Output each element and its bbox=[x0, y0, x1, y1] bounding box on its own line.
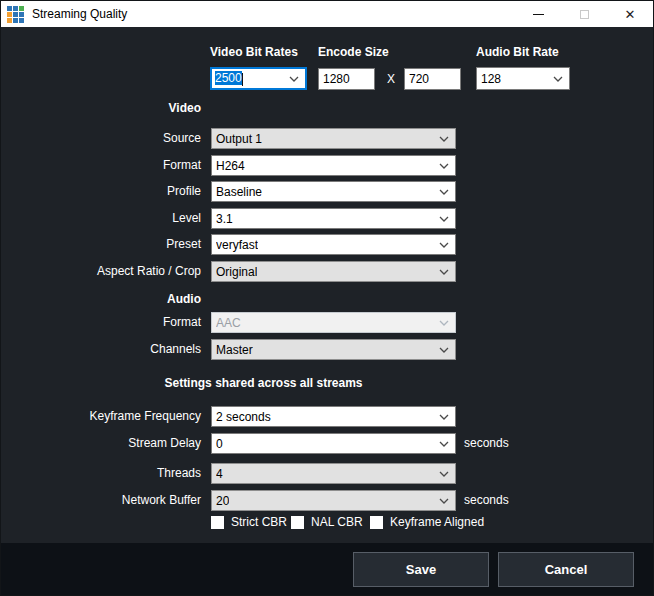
keyframe-aligned-checkbox[interactable]: Keyframe Aligned bbox=[370, 515, 484, 529]
chevron-down-icon bbox=[439, 320, 449, 326]
dialog-content: Video Bit Rates Encode Size Audio Bit Ra… bbox=[1, 27, 653, 543]
checkbox-icon bbox=[370, 516, 383, 529]
video-bit-rate-combobox[interactable]: 2500 bbox=[210, 67, 307, 90]
maximize-button bbox=[561, 1, 607, 27]
maximize-icon bbox=[580, 10, 589, 19]
keyframe-aligned-label: Keyframe Aligned bbox=[390, 515, 484, 529]
format-row: Format H264 bbox=[1, 155, 653, 176]
chevron-down-icon bbox=[439, 269, 449, 275]
chevron-down-icon bbox=[439, 189, 449, 195]
format-value: H264 bbox=[216, 159, 245, 173]
source-row: Source Output 1 bbox=[1, 128, 653, 149]
close-button[interactable]: ✕ bbox=[607, 1, 653, 27]
level-combobox[interactable]: 3.1 bbox=[211, 208, 456, 229]
audio-bit-rate-combobox[interactable]: 128 bbox=[476, 67, 570, 90]
aspect-ratio-crop-value: Original bbox=[216, 265, 257, 279]
preset-row: Preset veryfast bbox=[1, 234, 653, 255]
audio-format-label: Format bbox=[1, 312, 201, 333]
keyframe-frequency-value: 2 seconds bbox=[216, 410, 271, 424]
encode-size-separator: X bbox=[387, 72, 395, 86]
streaming-quality-window: Streaming Quality ✕ Video Bit Rates Enco… bbox=[0, 0, 654, 596]
nal-cbr-checkbox[interactable]: NAL CBR bbox=[291, 515, 363, 529]
checkbox-icon bbox=[211, 516, 224, 529]
chevron-down-icon bbox=[439, 441, 449, 447]
stream-delay-label: Stream Delay bbox=[1, 433, 201, 454]
save-button[interactable]: Save bbox=[353, 552, 489, 587]
window-controls: ✕ bbox=[515, 1, 653, 27]
chevron-down-icon bbox=[439, 136, 449, 142]
source-value: Output 1 bbox=[216, 132, 262, 146]
chevron-down-icon bbox=[439, 216, 449, 222]
audio-format-value: AAC bbox=[216, 316, 241, 330]
shared-settings-header: Settings shared across all streams bbox=[1, 376, 526, 390]
level-value: 3.1 bbox=[216, 212, 233, 226]
preset-label: Preset bbox=[1, 234, 201, 255]
threads-value: 4 bbox=[216, 467, 223, 481]
aspect-ratio-crop-combobox[interactable]: Original bbox=[211, 261, 456, 282]
titlebar: Streaming Quality ✕ bbox=[1, 1, 653, 27]
audio-format-row: Format AAC bbox=[1, 312, 653, 333]
source-label: Source bbox=[1, 128, 201, 149]
keyframe-frequency-row: Keyframe Frequency 2 seconds bbox=[1, 406, 653, 427]
chevron-down-icon bbox=[553, 76, 563, 82]
minimize-button[interactable] bbox=[515, 1, 561, 27]
profile-combobox[interactable]: Baseline bbox=[211, 181, 456, 202]
level-row: Level 3.1 bbox=[1, 208, 653, 229]
audio-bit-rate-value: 128 bbox=[481, 72, 501, 86]
profile-label: Profile bbox=[1, 181, 201, 202]
stream-delay-combobox[interactable]: 0 bbox=[211, 433, 456, 454]
network-buffer-units: seconds bbox=[464, 490, 509, 511]
network-buffer-row: Network Buffer 20 seconds bbox=[1, 490, 653, 511]
footer-bar: Save Cancel bbox=[1, 543, 653, 595]
video-bit-rate-value: 2500 bbox=[215, 71, 243, 85]
chevron-down-icon bbox=[439, 347, 449, 353]
aspect-ratio-crop-row: Aspect Ratio / Crop Original bbox=[1, 261, 653, 282]
video-bit-rates-header: Video Bit Rates bbox=[210, 45, 298, 59]
threads-label: Threads bbox=[1, 463, 201, 484]
strict-cbr-label: Strict CBR bbox=[231, 515, 287, 529]
nal-cbr-label: NAL CBR bbox=[311, 515, 363, 529]
chevron-down-icon bbox=[439, 498, 449, 504]
chevron-down-icon bbox=[439, 242, 449, 248]
keyframe-frequency-label: Keyframe Frequency bbox=[1, 406, 201, 427]
encode-height-input[interactable] bbox=[404, 68, 461, 90]
encode-size-header: Encode Size bbox=[318, 45, 389, 59]
chevron-down-icon bbox=[439, 471, 449, 477]
cancel-button[interactable]: Cancel bbox=[498, 552, 634, 587]
format-combobox[interactable]: H264 bbox=[211, 155, 456, 176]
preset-value: veryfast bbox=[216, 238, 258, 252]
level-label: Level bbox=[1, 208, 201, 229]
minimize-icon bbox=[533, 14, 544, 15]
threads-combobox[interactable]: 4 bbox=[211, 463, 456, 484]
checkbox-icon bbox=[291, 516, 304, 529]
keyframe-frequency-combobox[interactable]: 2 seconds bbox=[211, 406, 456, 427]
channels-row: Channels Master bbox=[1, 339, 653, 360]
strict-cbr-checkbox[interactable]: Strict CBR bbox=[211, 515, 287, 529]
audio-format-combobox: AAC bbox=[211, 312, 456, 333]
stream-delay-units: seconds bbox=[464, 433, 509, 454]
preset-combobox[interactable]: veryfast bbox=[211, 234, 456, 255]
source-combobox[interactable]: Output 1 bbox=[211, 128, 456, 149]
chevron-down-icon bbox=[439, 414, 449, 420]
audio-bit-rate-header: Audio Bit Rate bbox=[476, 45, 559, 59]
network-buffer-value: 20 bbox=[216, 494, 229, 508]
channels-label: Channels bbox=[1, 339, 201, 360]
stream-delay-value: 0 bbox=[216, 437, 223, 451]
network-buffer-label: Network Buffer bbox=[1, 490, 201, 511]
video-section-header: Video bbox=[1, 101, 201, 115]
app-logo-icon bbox=[7, 6, 24, 23]
text-caret bbox=[242, 73, 243, 86]
channels-combobox[interactable]: Master bbox=[211, 339, 456, 360]
network-buffer-combobox[interactable]: 20 bbox=[211, 490, 456, 511]
profile-value: Baseline bbox=[216, 185, 262, 199]
audio-section-header: Audio bbox=[1, 292, 201, 306]
close-icon: ✕ bbox=[625, 8, 636, 21]
format-label: Format bbox=[1, 155, 201, 176]
encode-width-input[interactable] bbox=[318, 68, 375, 90]
stream-delay-row: Stream Delay 0 seconds bbox=[1, 433, 653, 454]
profile-row: Profile Baseline bbox=[1, 181, 653, 202]
threads-row: Threads 4 bbox=[1, 463, 653, 484]
chevron-down-icon bbox=[439, 163, 449, 169]
chevron-down-icon bbox=[289, 76, 299, 82]
aspect-ratio-crop-label: Aspect Ratio / Crop bbox=[1, 261, 201, 282]
